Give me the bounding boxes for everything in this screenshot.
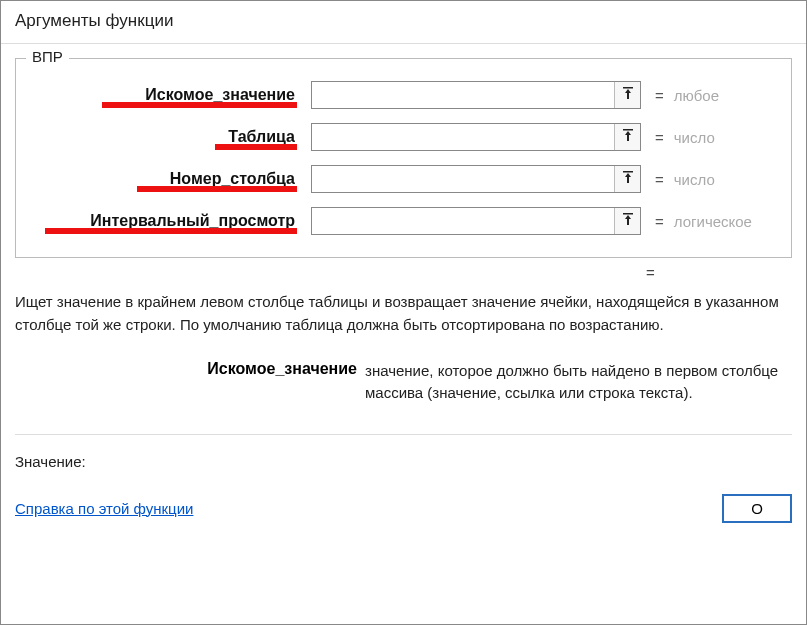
equals-sign: =	[655, 129, 664, 146]
divider	[15, 434, 792, 435]
function-description: Ищет значение в крайнем левом столбце та…	[1, 287, 806, 350]
arg-input-col-index[interactable]	[312, 166, 614, 192]
parameter-description: Искомое_значение значение, которое должн…	[1, 350, 806, 434]
arg-label-table: Таблица	[24, 128, 299, 146]
equals-sign: =	[655, 213, 664, 230]
arg-input-table[interactable]	[312, 124, 614, 150]
arg-row-col-index: Номер_столбца = число	[24, 165, 783, 193]
arg-row-lookup-value: Искомое_значение = любое	[24, 81, 783, 109]
parameter-name: Искомое_значение	[15, 360, 365, 404]
dialog-content: ВПР Искомое_значение	[1, 44, 806, 624]
range-selector-icon	[621, 87, 635, 104]
svg-rect-2	[623, 171, 633, 173]
arg-row-range-lookup: Интервальный_просмотр = логическое	[24, 207, 783, 235]
range-selector-button[interactable]	[614, 124, 640, 150]
arg-input-wrap-table	[311, 123, 641, 151]
arguments-fieldset: ВПР Искомое_значение	[15, 58, 792, 258]
arg-input-wrap-range-lookup	[311, 207, 641, 235]
range-selector-button[interactable]	[614, 82, 640, 108]
function-arguments-dialog: Аргументы функции ВПР Искомое_значение	[0, 0, 807, 625]
equals-sign: =	[655, 87, 664, 104]
type-hint-range-lookup: логическое	[674, 213, 752, 230]
svg-rect-0	[623, 87, 633, 89]
ok-button[interactable]: О	[722, 494, 792, 523]
arg-input-wrap-col-index	[311, 165, 641, 193]
range-selector-icon	[621, 171, 635, 188]
dialog-title: Аргументы функции	[1, 1, 806, 44]
formula-result-preview-row: =	[1, 258, 806, 287]
type-hint-col-index: число	[674, 171, 715, 188]
highlight	[215, 144, 297, 150]
highlight	[102, 102, 297, 108]
type-hint-lookup-value: любое	[674, 87, 719, 104]
arg-input-range-lookup[interactable]	[312, 208, 614, 234]
range-selector-icon	[621, 129, 635, 146]
svg-rect-1	[623, 129, 633, 131]
result-label: Значение:	[1, 453, 806, 494]
svg-rect-3	[623, 213, 633, 215]
type-hint-table: число	[674, 129, 715, 146]
arg-input-lookup-value[interactable]	[312, 82, 614, 108]
range-selector-icon	[621, 213, 635, 230]
highlight	[45, 228, 297, 234]
parameter-text: значение, которое должно быть найдено в …	[365, 360, 806, 404]
arg-label-range-lookup: Интервальный_просмотр	[24, 212, 299, 230]
dialog-bottom-row: Справка по этой функции О	[1, 494, 806, 537]
equals-sign: =	[646, 264, 655, 281]
arg-row-table: Таблица = число	[24, 123, 783, 151]
function-name-legend: ВПР	[26, 48, 69, 65]
arg-input-wrap-lookup-value	[311, 81, 641, 109]
help-link[interactable]: Справка по этой функции	[15, 500, 193, 517]
arg-label-col-index: Номер_столбца	[24, 170, 299, 188]
arg-label-lookup-value: Искомое_значение	[24, 86, 299, 104]
range-selector-button[interactable]	[614, 208, 640, 234]
range-selector-button[interactable]	[614, 166, 640, 192]
highlight	[137, 186, 297, 192]
equals-sign: =	[655, 171, 664, 188]
